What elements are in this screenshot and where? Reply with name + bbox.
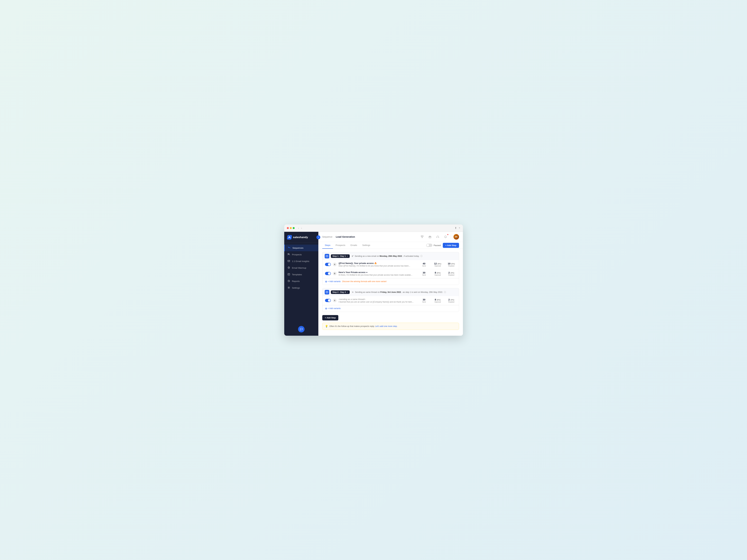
browser-actions: ⬆ + xyxy=(455,226,460,230)
browser-nav: ‹ › xyxy=(298,226,303,230)
sidebar-item-sequences[interactable]: Sequences xyxy=(284,245,318,251)
sidebar-item-email-insights[interactable]: 1:1 Email Insights xyxy=(284,258,318,265)
sidebar-item-reports[interactable]: Reports xyxy=(284,278,318,285)
step2-variant-a-toggle[interactable] xyxy=(325,299,331,302)
forward-button[interactable]: › xyxy=(301,226,303,230)
top-bar: Sequence › Lead Generation xyxy=(318,232,463,242)
step-2-badge[interactable]: Step 2 : Day 4 xyxy=(331,290,350,294)
variant-b-replied-count: 2 (3%) xyxy=(446,271,456,274)
variant-b-content[interactable]: Here's Your Private access •• Hi there, … xyxy=(339,271,417,276)
main-content: Sequence › Lead Generation xyxy=(318,232,463,336)
step2-variant-a-sent-label: Sent xyxy=(419,301,429,303)
email-warmup-icon xyxy=(287,266,290,269)
step-2-add-variants-button[interactable]: ⊕ + Add variants xyxy=(325,307,341,310)
new-tab-icon[interactable]: + xyxy=(459,226,460,230)
gift-icon[interactable] xyxy=(427,234,433,239)
step-1-description: Sending as a new email on Monday, 29th M… xyxy=(351,255,457,258)
logo-icon xyxy=(287,235,292,240)
toggle-track[interactable] xyxy=(426,244,432,247)
headset-icon[interactable] xyxy=(435,234,440,239)
avatar[interactable]: AK xyxy=(454,234,459,240)
followup-tip: 💡 Often it's the follow-up that makes pr… xyxy=(322,323,459,330)
variant-a-replied-pct: (5%) xyxy=(451,263,455,265)
svg-point-4 xyxy=(289,268,289,268)
svg-point-0 xyxy=(288,254,289,255)
browser-titlebar: ‹ › ⬆ + xyxy=(284,224,463,232)
step2-variant-a-replied-pct: (3%) xyxy=(450,299,454,301)
templates-label: Templates xyxy=(292,273,302,276)
variant-a-row: A {{First Name}}, Your private access 🔥 … xyxy=(323,260,459,269)
upload-icon[interactable]: ⬆ xyxy=(455,226,457,230)
variant-a-toggle[interactable] xyxy=(325,263,331,266)
step-1-discover-text: Discover the winning formula with one mo… xyxy=(342,280,386,283)
step-1-variants: A {{First Name}}, Your private access 🔥 … xyxy=(322,260,459,285)
step-1-badge[interactable]: Step 1 : Day 1 xyxy=(331,255,350,258)
variant-a-sent-count: 40 xyxy=(419,262,429,265)
variant-a-preview: Dear {{First Name}}, I'm thrilled to let… xyxy=(339,265,417,267)
settings-label: Settings xyxy=(292,287,300,289)
trophy-icon[interactable] xyxy=(419,234,425,239)
variant-b-stats: 30 Sent 8 (6%) xyxy=(419,271,456,276)
paused-toggle[interactable]: Paused xyxy=(426,244,441,247)
email-insights-icon xyxy=(287,260,290,263)
variant-a-replied-count: 10 (5%) xyxy=(446,262,456,265)
minimize-btn[interactable] xyxy=(290,227,292,229)
step-2-variants: A <sending as a same thread> I learned t… xyxy=(322,296,459,312)
variant-b-sent-label: Sent xyxy=(419,274,429,276)
variant-a-content[interactable]: {{First Name}}, Your private access 🔥 De… xyxy=(339,262,417,267)
tip-emoji: 💡 xyxy=(325,325,328,328)
variant-a-stats: 40 Sent 12 (8%) xyxy=(419,262,456,267)
sequence-content: Step 1 : Day 1 Sending as a new email on xyxy=(318,249,463,336)
step2-variant-a-content[interactable]: <sending as a same thread> I learned tha… xyxy=(339,298,417,303)
tab-steps[interactable]: Steps xyxy=(322,242,333,249)
bell-icon[interactable] xyxy=(443,234,448,239)
tip-link[interactable]: Let's add one more step. xyxy=(375,325,397,327)
templates-icon xyxy=(287,273,290,276)
step-2-block: Step 2 : Day 4 Sending as xyxy=(322,288,459,312)
variant-b-sent: 30 Sent xyxy=(419,271,429,276)
step2-variant-a-opened-label: Opened xyxy=(433,301,443,303)
toggle-b-thumb xyxy=(328,272,331,275)
close-btn[interactable] xyxy=(287,227,289,229)
breadcrumb-separator: › xyxy=(334,236,335,238)
tab-emails[interactable]: Emails xyxy=(348,242,360,249)
step2-variant-a-subject: <sending as a same thread> xyxy=(339,298,417,300)
step-2-info-icon[interactable]: ⓘ xyxy=(444,291,446,294)
sidebar-nav: Sequences Prospects xyxy=(284,243,318,323)
breadcrumb: Sequence › Lead Generation xyxy=(322,235,355,238)
logo-text: saleshandy xyxy=(293,236,308,239)
sidebar-item-settings[interactable]: Settings xyxy=(284,285,318,291)
variant-b-toggle[interactable] xyxy=(325,272,331,275)
prospects-icon xyxy=(287,253,290,256)
variant-a-sent-label: Sent xyxy=(419,265,429,267)
step-1-add-variants-button[interactable]: ⊕ + Add variants xyxy=(325,280,341,283)
email-warmup-label: Email Warmup xyxy=(292,267,306,269)
maximize-btn[interactable] xyxy=(293,227,294,229)
variant-a-opened-pct: (8%) xyxy=(437,263,441,265)
sidebar-item-templates[interactable]: Templates xyxy=(284,271,318,278)
sidebar-collapse-button[interactable] xyxy=(316,235,320,239)
variant-b-opened-count: 8 (6%) xyxy=(433,271,443,274)
chat-button[interactable] xyxy=(298,326,305,332)
step2-variant-a-stats: 30 Sent 8 (6%) xyxy=(419,298,456,303)
back-button[interactable]: ‹ xyxy=(298,226,300,230)
sidebar-item-prospects[interactable]: Prospects xyxy=(284,251,318,258)
add-step-main-button[interactable]: + Add Step xyxy=(322,315,338,320)
sidebar-item-email-warmup[interactable]: Email Warmup xyxy=(284,265,318,271)
toggle-a-thumb xyxy=(328,263,331,266)
reports-label: Reports xyxy=(292,280,300,283)
tab-settings[interactable]: Settings xyxy=(360,242,373,249)
variant-a-opened: 12 (8%) Opened xyxy=(433,262,443,267)
toggle-thumb xyxy=(427,244,429,246)
variant-b-opened-pct: (6%) xyxy=(437,272,440,274)
add-step-button-top[interactable]: + Add Step xyxy=(443,243,459,248)
bottom-add-step: + Add Step xyxy=(322,315,459,320)
step-1-label: Step 1 : Day 1 xyxy=(333,255,346,257)
step-1-header: Step 1 : Day 1 Sending as a new email on xyxy=(322,252,459,260)
step2-variant-a-opened-pct: (6%) xyxy=(437,299,440,301)
tab-prospects[interactable]: Prospects xyxy=(333,242,348,249)
svg-rect-5 xyxy=(288,273,290,275)
browser-window: ‹ › ⬆ + saleshandy xyxy=(284,224,463,336)
step-1-info-icon[interactable]: ⓘ xyxy=(420,255,422,258)
step-2-add-variants-row: ⊕ + Add variants xyxy=(323,305,459,312)
